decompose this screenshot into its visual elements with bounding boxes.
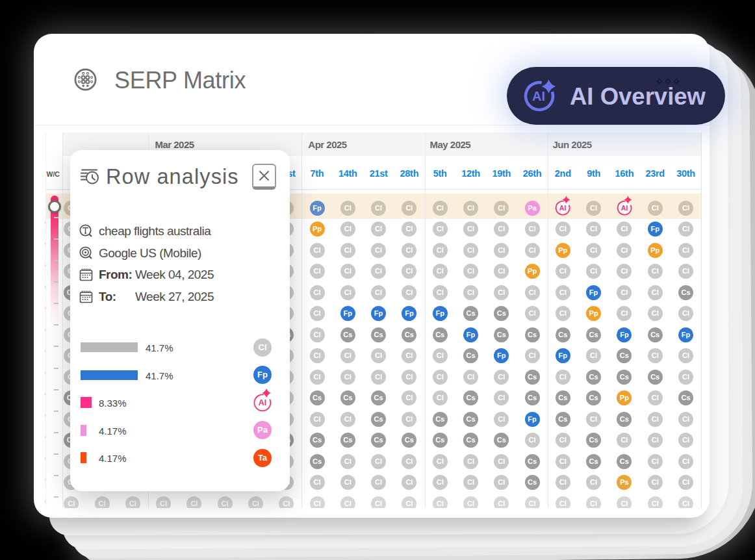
svg-text:AI: AI bbox=[559, 204, 567, 212]
svg-text:AI: AI bbox=[532, 89, 545, 103]
svg-text:AI: AI bbox=[259, 398, 266, 407]
svg-text:AI: AI bbox=[621, 204, 628, 212]
